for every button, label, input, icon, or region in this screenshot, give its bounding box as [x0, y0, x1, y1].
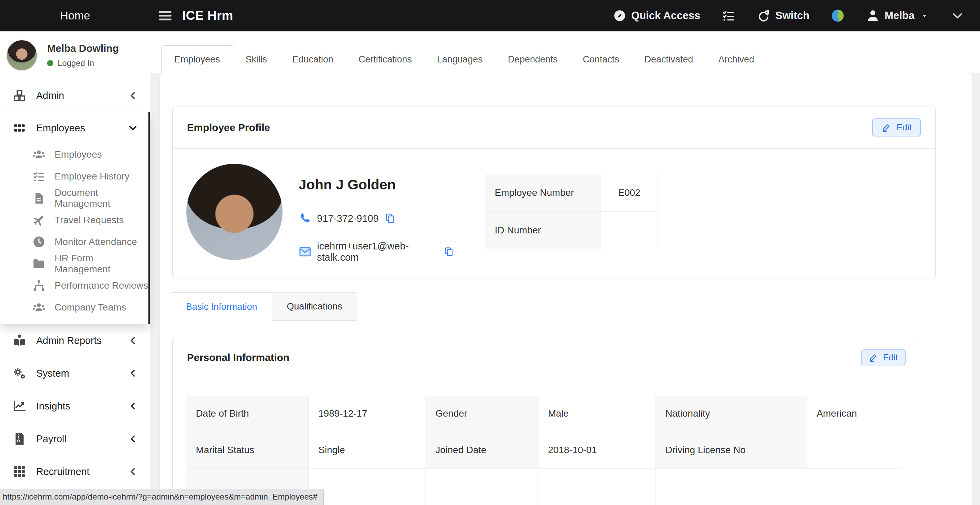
- personal-info-table: Date of Birth 1989-12-17 Gender Male Nat…: [186, 396, 903, 505]
- folder-icon: [32, 257, 46, 271]
- tab-education[interactable]: Education: [280, 45, 346, 73]
- sidebar-user-name: Melba Dowling: [47, 43, 119, 54]
- content-card: Employee Profile Edit John J Golden: [160, 73, 972, 505]
- sidebar-item-system[interactable]: System: [0, 357, 150, 390]
- tab-languages[interactable]: Languages: [425, 45, 495, 73]
- quick-access-button[interactable]: Quick Access: [613, 9, 700, 22]
- user-icon: [866, 9, 880, 22]
- tab-qualifications[interactable]: Qualifications: [272, 292, 357, 321]
- sidebar-item-monitor-attendance[interactable]: Monitor Attendance: [0, 231, 150, 253]
- chevron-down-icon[interactable]: [951, 9, 964, 22]
- quick-access-label: Quick Access: [631, 10, 700, 22]
- sidebar-item-label: Employees: [36, 123, 85, 134]
- phone-icon: [299, 212, 312, 225]
- switch-button[interactable]: Switch: [757, 9, 810, 22]
- cubes-icon: [12, 88, 27, 103]
- sidebar-item-label: Admin: [36, 90, 64, 101]
- tab-employees[interactable]: Employees: [161, 45, 233, 73]
- employee-phone-row: 917-372-9109: [299, 212, 454, 225]
- sidebar-item-document-management[interactable]: Document Management: [0, 187, 150, 209]
- sidebar-item-employees[interactable]: Employees: [0, 143, 150, 166]
- home-link[interactable]: Home: [0, 9, 150, 22]
- grid-3x3-icon: [12, 464, 27, 479]
- sidebar-item-employee-history[interactable]: Employee History: [0, 166, 150, 187]
- chevron-left-icon: [128, 401, 138, 411]
- navbar-actions: Quick Access Switch Melba: [613, 8, 980, 23]
- document-icon: [32, 191, 46, 205]
- sidebar-item-recruitment[interactable]: Recruitment: [0, 455, 150, 488]
- grid-icon: [12, 121, 27, 135]
- employee-phone[interactable]: 917-372-9109: [317, 213, 379, 224]
- edit-personal-info-button[interactable]: Edit: [861, 349, 905, 365]
- edit-profile-button[interactable]: Edit: [872, 118, 921, 137]
- chart-line-icon: [12, 399, 27, 413]
- tab-skills[interactable]: Skills: [233, 45, 280, 73]
- sitemap-icon: [32, 279, 46, 292]
- chevron-left-icon: [128, 91, 138, 101]
- sidebar-item-admin[interactable]: Admin: [0, 79, 150, 112]
- avatar: [6, 40, 38, 71]
- sidebar: Melba Dowling Logged In Admin E: [0, 31, 150, 505]
- copy-icon[interactable]: [444, 246, 454, 258]
- employee-photo: [186, 164, 283, 260]
- tab-dependents[interactable]: Dependents: [495, 45, 570, 73]
- globe-language-icon[interactable]: [830, 8, 845, 23]
- module-tab-bar: Employees Skills Education Certification…: [150, 31, 980, 73]
- caret-down-icon: [919, 11, 929, 21]
- sidebar-user-status: Logged In: [47, 58, 119, 68]
- gears-icon: [12, 366, 27, 381]
- app-brand[interactable]: ICE Hrm: [182, 8, 233, 23]
- table-row: Date of Birth 1989-12-17 Gender Male Nat…: [186, 396, 903, 431]
- users-icon: [32, 301, 46, 314]
- envelope-icon: [299, 245, 312, 258]
- copy-icon[interactable]: [384, 213, 396, 224]
- hamburger-icon[interactable]: [157, 8, 173, 24]
- chevron-down-icon: [127, 123, 138, 134]
- top-navbar: Home ICE Hrm Quick Access Switch: [0, 0, 980, 31]
- sidebar-item-performance-reviews[interactable]: Performance Reviews: [0, 275, 150, 296]
- users-icon: [32, 148, 46, 161]
- sidebar-item-travel-requests[interactable]: Travel Requests: [0, 209, 150, 231]
- tab-contacts[interactable]: Contacts: [570, 45, 632, 73]
- sidebar-item-admin-reports[interactable]: Admin Reports: [0, 324, 150, 357]
- tab-archived[interactable]: Archived: [706, 45, 767, 73]
- table-row: Marital Status Single Joined Date 2018-1…: [186, 431, 903, 469]
- checklist-icon[interactable]: [721, 8, 736, 23]
- tab-basic-information[interactable]: Basic Information: [171, 292, 272, 321]
- sidebar-item-hr-form-management[interactable]: HR Form Management: [0, 253, 150, 275]
- chevron-left-icon: [128, 335, 138, 346]
- chevron-left-icon: [128, 467, 138, 477]
- user-menu[interactable]: Melba: [866, 9, 929, 22]
- online-dot: [47, 60, 53, 66]
- employee-profile-section: Employee Profile Edit John J Golden: [172, 106, 935, 279]
- sidebar-group-employees: Employees Employees Employee History: [0, 112, 150, 324]
- chevron-left-icon: [128, 434, 138, 444]
- employee-name: John J Golden: [299, 177, 454, 193]
- tab-deactivated[interactable]: Deactivated: [632, 45, 706, 73]
- switch-label: Switch: [775, 10, 810, 22]
- plane-icon: [32, 213, 46, 227]
- personal-information-section: Personal Information Edit Date of Birth …: [172, 337, 920, 505]
- main-content: Employees Skills Education Certification…: [150, 31, 980, 505]
- payroll-file-icon: [12, 432, 27, 446]
- sidebar-user-panel: Melba Dowling Logged In: [0, 31, 150, 79]
- section-title: Employee Profile: [187, 122, 270, 134]
- clock-icon: [32, 235, 46, 249]
- sidebar-item-payroll[interactable]: Payroll: [0, 422, 150, 455]
- employee-email-row: icehrm+user1@web-stalk.com: [299, 241, 454, 263]
- book-reader-icon: [12, 333, 27, 348]
- sidebar-item-company-teams[interactable]: Company Teams: [0, 296, 150, 319]
- employee-id-table: Employee Number E002 ID Number: [485, 174, 658, 249]
- pencil-icon: [881, 123, 892, 133]
- section-title: Personal Information: [187, 352, 290, 363]
- detail-tab-bar: Basic Information Qualifications: [171, 292, 972, 321]
- compass-icon: [613, 9, 627, 22]
- user-menu-label: Melba: [885, 10, 915, 22]
- sidebar-item-employees-group[interactable]: Employees: [0, 112, 150, 143]
- sidebar-item-insights[interactable]: Insights: [0, 390, 150, 422]
- tab-certifications[interactable]: Certifications: [346, 45, 425, 73]
- chevron-left-icon: [128, 368, 138, 378]
- list-check-icon: [32, 170, 46, 183]
- employee-email[interactable]: icehrm+user1@web-stalk.com: [317, 241, 438, 263]
- pencil-icon: [869, 353, 878, 362]
